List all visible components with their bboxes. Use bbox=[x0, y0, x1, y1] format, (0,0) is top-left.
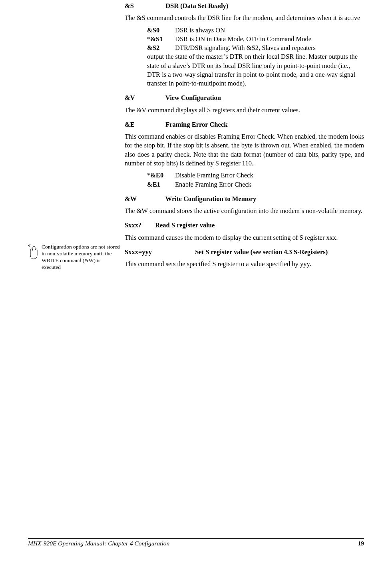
e-opt-1-desc: Enable Framing Error Check bbox=[175, 180, 364, 189]
content-row: Configuration options are not stored in … bbox=[28, 0, 364, 272]
heading-v-title: View Configuration bbox=[165, 94, 221, 101]
page-footer: MHX-920E Operating Manual: Chapter 4 Con… bbox=[28, 538, 364, 548]
s-opt-1-code: *&S1 bbox=[147, 35, 175, 44]
heading-e-title: Framing Error Check bbox=[165, 121, 227, 128]
svg-line-0 bbox=[28, 245, 30, 247]
s-opt-0-code: &S0 bbox=[147, 26, 175, 35]
v-desc: The &V command displays all S registers … bbox=[125, 106, 364, 115]
footer-left: MHX-920E Operating Manual: Chapter 4 Con… bbox=[28, 539, 169, 548]
sset-desc: This command sets the specified S regist… bbox=[125, 260, 364, 269]
s-opt-0-desc: DSR is always ON bbox=[175, 26, 364, 35]
heading-v-cmd: &V bbox=[125, 94, 164, 102]
margin-column: Configuration options are not stored in … bbox=[28, 0, 120, 271]
s-opt-cont: output the state of the master’s DTR on … bbox=[147, 52, 364, 88]
heading-e: &E Framing Error Check bbox=[125, 120, 364, 129]
e-opt-0-desc: Disable Framing Error Check bbox=[175, 171, 364, 180]
heading-w: &W Write Configuration to Memory bbox=[125, 195, 364, 203]
heading-s: &S DSR (Data Set Ready) bbox=[125, 2, 364, 10]
main-column: &S DSR (Data Set Ready) The &S command c… bbox=[125, 0, 364, 272]
margin-note: Configuration options are not stored in … bbox=[28, 244, 120, 271]
heading-w-title: Write Configuration to Memory bbox=[165, 195, 256, 203]
s-opt-1-desc: DSR is ON in Data Mode, OFF in Command M… bbox=[175, 35, 364, 44]
heading-sset: Sxxx=yyy Set S register value (see secti… bbox=[125, 248, 364, 257]
margin-note-text: Configuration options are not stored in … bbox=[42, 244, 120, 271]
heading-sread-cmd: Sxxx? bbox=[125, 221, 153, 230]
s-options: &S0 DSR is always ON *&S1 DSR is ON in D… bbox=[125, 26, 364, 88]
heading-v: &V View Configuration bbox=[125, 94, 364, 102]
e-opt-0: *&E0 Disable Framing Error Check bbox=[147, 171, 364, 180]
e-options: *&E0 Disable Framing Error Check &E1 Ena… bbox=[125, 171, 364, 189]
heading-e-cmd: &E bbox=[125, 120, 164, 129]
w-desc: The &W command stores the active configu… bbox=[125, 207, 364, 215]
page: Configuration options are not stored in … bbox=[0, 0, 392, 567]
s-opt-1: *&S1 DSR is ON in Data Mode, OFF in Comm… bbox=[147, 35, 364, 44]
e-opt-1-code: &E1 bbox=[147, 180, 175, 189]
s-opt-0: &S0 DSR is always ON bbox=[147, 26, 364, 35]
heading-sset-title: Set S register value (see section 4.3 S-… bbox=[195, 248, 328, 256]
sread-desc: This command causes the modem to display… bbox=[125, 233, 364, 242]
svg-line-2 bbox=[31, 245, 31, 246]
s-opt-2-code: &S2 bbox=[147, 44, 175, 52]
s-opt-2: &S2 DTR/DSR signaling. With &S2, Slaves … bbox=[147, 44, 364, 52]
heading-s-cmd: &S bbox=[125, 2, 164, 10]
heading-w-cmd: &W bbox=[125, 195, 164, 203]
e-desc: This command enables or disables Framing… bbox=[125, 132, 364, 168]
s-desc: The &S command controls the DSR line for… bbox=[125, 14, 364, 22]
heading-sread: Sxxx? Read S register value bbox=[125, 221, 364, 230]
heading-sset-cmd: Sxxx=yyy bbox=[125, 248, 193, 257]
hand-icon bbox=[28, 245, 38, 261]
e-opt-0-code: *&E0 bbox=[147, 171, 175, 180]
heading-s-title: DSR (Data Set Ready) bbox=[165, 2, 228, 10]
heading-sread-title: Read S register value bbox=[155, 221, 215, 229]
e-opt-1: &E1 Enable Framing Error Check bbox=[147, 180, 364, 189]
s-opt-2-desc: DTR/DSR signaling. With &S2, Slaves and … bbox=[175, 44, 364, 52]
footer-page-number: 19 bbox=[358, 539, 364, 548]
svg-line-1 bbox=[29, 245, 30, 246]
footer-line: MHX-920E Operating Manual: Chapter 4 Con… bbox=[28, 538, 364, 548]
